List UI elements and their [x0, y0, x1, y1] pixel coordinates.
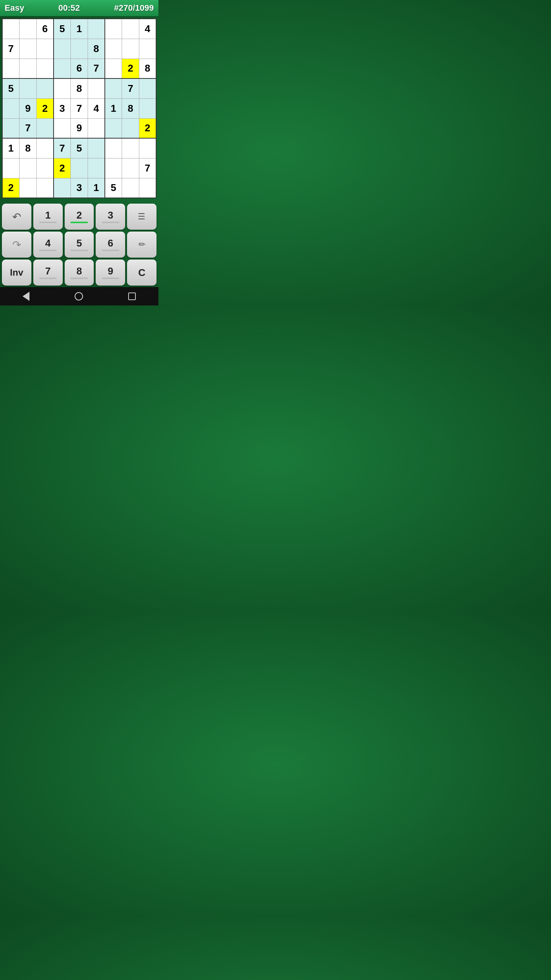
cell-0-7[interactable] — [122, 19, 139, 39]
cell-5-5[interactable] — [88, 118, 105, 138]
numpad-btn-7[interactable]: 7 — [33, 260, 63, 286]
cell-8-2[interactable] — [36, 178, 54, 198]
cell-7-3[interactable]: 2 — [54, 158, 71, 178]
cell-1-6[interactable] — [105, 39, 122, 59]
numpad-btn-menu[interactable]: ☰ — [127, 204, 156, 230]
cell-5-0[interactable] — [2, 118, 20, 138]
cell-7-4[interactable] — [71, 158, 88, 178]
cell-1-0[interactable]: 7 — [2, 39, 20, 59]
cell-6-3[interactable]: 7 — [54, 138, 71, 158]
cell-6-1[interactable]: 8 — [20, 138, 37, 158]
cell-5-3[interactable] — [54, 118, 71, 138]
cell-0-4[interactable]: 1 — [71, 19, 88, 39]
cell-3-2[interactable] — [36, 78, 54, 98]
cell-5-1[interactable]: 7 — [20, 118, 37, 138]
numpad-btn-1[interactable]: 1 — [33, 204, 63, 230]
cell-5-6[interactable] — [105, 118, 122, 138]
cell-6-6[interactable] — [105, 138, 122, 158]
cell-1-4[interactable] — [71, 39, 88, 59]
cell-5-7[interactable] — [122, 118, 139, 138]
cell-6-8[interactable] — [139, 138, 156, 158]
cell-7-6[interactable] — [105, 158, 122, 178]
numpad-btn-2[interactable]: 2 — [65, 204, 94, 230]
cell-0-5[interactable] — [88, 19, 105, 39]
cell-0-6[interactable] — [105, 19, 122, 39]
cell-6-2[interactable] — [36, 138, 54, 158]
sudoku-grid[interactable]: 651478672858792374187921875272315 — [2, 18, 156, 198]
cell-5-8[interactable]: 2 — [139, 118, 156, 138]
back-button[interactable] — [23, 292, 29, 301]
cell-3-3[interactable] — [54, 78, 71, 98]
cell-8-6[interactable]: 5 — [105, 178, 122, 198]
cell-4-2[interactable]: 2 — [36, 98, 54, 118]
numpad-btn-c[interactable]: C — [127, 260, 156, 286]
numpad-btn-undo[interactable]: ↶ — [2, 204, 31, 230]
cell-0-1[interactable] — [20, 19, 37, 39]
numpad-btn-9[interactable]: 9 — [96, 260, 125, 286]
cell-3-0[interactable]: 5 — [2, 78, 20, 98]
cell-1-3[interactable] — [54, 39, 71, 59]
cell-7-8[interactable]: 7 — [139, 158, 156, 178]
cell-4-5[interactable]: 4 — [88, 98, 105, 118]
numpad-btn-3[interactable]: 3 — [96, 204, 125, 230]
cell-0-3[interactable]: 5 — [54, 19, 71, 39]
cell-3-7[interactable]: 7 — [122, 78, 139, 98]
cell-4-4[interactable]: 7 — [71, 98, 88, 118]
cell-1-2[interactable] — [36, 39, 54, 59]
cell-6-7[interactable] — [122, 138, 139, 158]
cell-8-8[interactable] — [139, 178, 156, 198]
cell-7-5[interactable] — [88, 158, 105, 178]
cell-5-2[interactable] — [36, 118, 54, 138]
cell-7-1[interactable] — [20, 158, 37, 178]
cell-7-7[interactable] — [122, 158, 139, 178]
cell-2-5[interactable]: 7 — [88, 59, 105, 78]
numpad-btn-inv[interactable]: Inv — [2, 260, 31, 286]
cell-7-0[interactable] — [2, 158, 20, 178]
cell-1-8[interactable] — [139, 39, 156, 59]
numpad-btn-5[interactable]: 5 — [65, 232, 94, 258]
cell-2-3[interactable] — [54, 59, 71, 78]
cell-4-7[interactable]: 8 — [122, 98, 139, 118]
home-button[interactable] — [75, 292, 83, 301]
cell-2-8[interactable]: 8 — [139, 59, 156, 78]
cell-3-8[interactable] — [139, 78, 156, 98]
cell-2-1[interactable] — [20, 59, 37, 78]
cell-7-2[interactable] — [36, 158, 54, 178]
cell-4-1[interactable]: 9 — [20, 98, 37, 118]
cell-6-4[interactable]: 5 — [71, 138, 88, 158]
cell-6-0[interactable]: 1 — [2, 138, 20, 158]
cell-8-5[interactable]: 1 — [88, 178, 105, 198]
numpad-btn-6[interactable]: 6 — [96, 232, 125, 258]
cell-8-4[interactable]: 3 — [71, 178, 88, 198]
cell-2-6[interactable] — [105, 59, 122, 78]
numpad-btn-8[interactable]: 8 — [65, 260, 94, 286]
cell-1-1[interactable] — [20, 39, 37, 59]
numpad-btn-redo[interactable]: ↷ — [2, 232, 31, 258]
cell-0-8[interactable]: 4 — [139, 19, 156, 39]
cell-4-6[interactable]: 1 — [105, 98, 122, 118]
cell-1-7[interactable] — [122, 39, 139, 59]
cell-2-0[interactable] — [2, 59, 20, 78]
recent-button[interactable] — [128, 292, 136, 300]
cell-2-4[interactable]: 6 — [71, 59, 88, 78]
cell-0-0[interactable] — [2, 19, 20, 39]
cell-8-0[interactable]: 2 — [2, 178, 20, 198]
numpad-btn-pencil[interactable]: ✏ — [127, 232, 156, 258]
cell-4-8[interactable] — [139, 98, 156, 118]
cell-3-4[interactable]: 8 — [71, 78, 88, 98]
cell-4-0[interactable] — [2, 98, 20, 118]
cell-8-7[interactable] — [122, 178, 139, 198]
cell-2-7[interactable]: 2 — [122, 59, 139, 78]
cell-1-5[interactable]: 8 — [88, 39, 105, 59]
cell-2-2[interactable] — [36, 59, 54, 78]
cell-4-3[interactable]: 3 — [54, 98, 71, 118]
cell-8-1[interactable] — [20, 178, 37, 198]
numpad-btn-4[interactable]: 4 — [33, 232, 63, 258]
cell-0-2[interactable]: 6 — [36, 19, 54, 39]
cell-3-5[interactable] — [88, 78, 105, 98]
cell-3-1[interactable] — [20, 78, 37, 98]
cell-5-4[interactable]: 9 — [71, 118, 88, 138]
cell-6-5[interactable] — [88, 138, 105, 158]
cell-3-6[interactable] — [105, 78, 122, 98]
cell-8-3[interactable] — [54, 178, 71, 198]
